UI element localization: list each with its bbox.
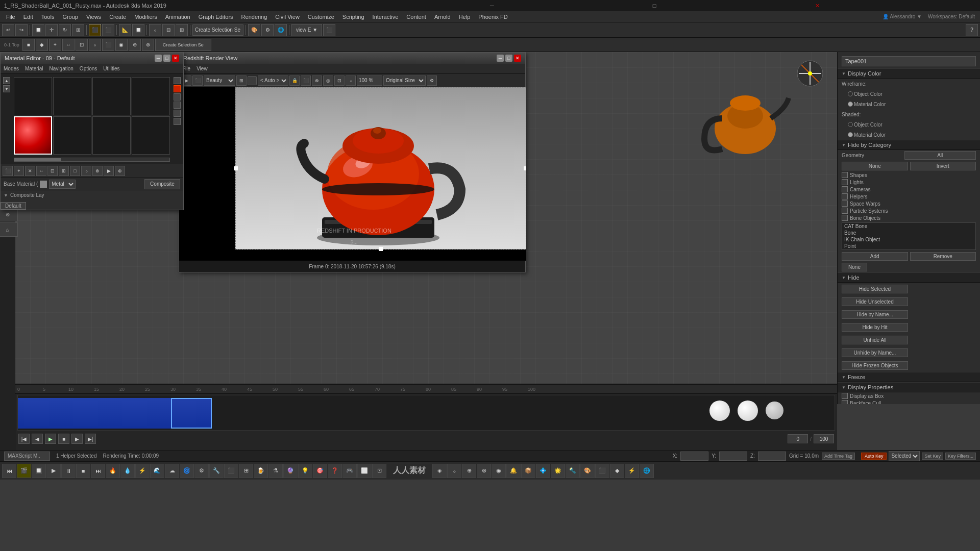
bi-5[interactable]: ⏸ — [61, 464, 76, 478]
rv-btn6[interactable]: ⬦ — [346, 76, 356, 86]
menu-customize[interactable]: Customize — [304, 13, 338, 21]
maxscript-mini[interactable]: MAXScript M.. — [4, 452, 50, 461]
hide-frozen-btn[interactable]: Hide Frozen Objects — [842, 361, 908, 370]
menu-arnold[interactable]: Arnold — [430, 13, 455, 21]
scale-btn[interactable]: ⊞ — [72, 24, 84, 36]
bi-2[interactable]: 🎬 — [17, 464, 31, 478]
list-item-cat-bone[interactable]: CAT Bone — [842, 223, 975, 230]
bi-9[interactable]: 💧 — [120, 464, 135, 478]
tb2-btn3[interactable]: + — [49, 39, 61, 51]
rv-mode-select[interactable]: Beauty Diffuse Specular — [204, 76, 235, 86]
menu-interactive[interactable]: Interactive — [369, 13, 403, 21]
backface-cull-check[interactable] — [842, 400, 848, 404]
bi-7[interactable]: ⏭ — [91, 464, 105, 478]
left-btn12[interactable]: ⌂ — [0, 222, 18, 237]
hide-header[interactable]: Hide — [838, 272, 980, 283]
composite-expand[interactable]: ▼ Composite Lay — [4, 192, 180, 198]
bone-none-btn[interactable]: None — [842, 263, 867, 271]
list-item-point[interactable]: Point — [842, 243, 975, 249]
tb2-btn9[interactable]: ⊕ — [129, 39, 141, 51]
bi-25[interactable]: ⬜ — [357, 464, 372, 478]
bi-34[interactable]: 💠 — [536, 464, 550, 478]
shaded-material-radio[interactable] — [848, 132, 853, 137]
shaded-material-color[interactable]: Material Color — [848, 132, 886, 138]
render-icon-btn[interactable]: ⬛ — [323, 24, 335, 36]
bi-1[interactable]: ⏮ — [2, 464, 16, 478]
particle-systems-checkbox[interactable] — [842, 208, 848, 214]
anim-btn-play[interactable]: ▶ — [45, 434, 56, 444]
mat-btn5[interactable] — [174, 110, 181, 117]
x-input[interactable] — [680, 452, 708, 461]
tb2-btn1[interactable]: ■ — [22, 39, 35, 51]
rv-minimize[interactable]: ─ — [497, 55, 504, 62]
material-editor-btn[interactable]: 🎨 — [248, 24, 260, 36]
bone-objects-checkbox[interactable] — [842, 215, 848, 221]
menu-content[interactable]: Content — [402, 13, 430, 21]
bi-40[interactable]: ⚡ — [625, 464, 639, 478]
mat-tb-btn3[interactable]: ✕ — [25, 166, 35, 176]
mat-tb-btn4[interactable]: ↔ — [36, 166, 46, 176]
menu-edit[interactable]: Edit — [19, 13, 37, 21]
create-selection-input[interactable] — [192, 24, 243, 36]
menu-animation[interactable]: Animation — [161, 13, 194, 21]
lights-cb[interactable]: Lights — [838, 179, 980, 186]
render2-btn[interactable]: ⬛ — [102, 24, 114, 36]
mat-sort-btn[interactable] — [174, 77, 181, 84]
geometry-all-btn[interactable]: All — [904, 151, 976, 160]
snap2-btn[interactable]: 🔲 — [132, 24, 144, 36]
mat-tb-btn9[interactable]: ⊗ — [92, 166, 103, 176]
shapes-cb[interactable]: Shapes — [838, 171, 980, 179]
anim-btn-next-frame[interactable]: ▶ — [71, 434, 83, 444]
tb2-btn2[interactable]: ◆ — [36, 39, 48, 51]
mat-editor-title[interactable]: Material Editor - 09 - Default ─ □ ✕ — [1, 53, 183, 64]
z-input[interactable] — [758, 452, 786, 461]
mat-tb-btn10[interactable]: ▶ — [104, 166, 114, 176]
rv-auto-select[interactable]: < Auto > — [258, 76, 288, 86]
mat-color-btn[interactable] — [174, 85, 181, 92]
bi-11[interactable]: 🌊 — [150, 464, 164, 478]
mat-tb-btn6[interactable]: ⊞ — [59, 166, 69, 176]
mat-slot-6[interactable] — [53, 116, 91, 155]
bi-19[interactable]: ⚗ — [268, 464, 283, 478]
bi-39[interactable]: ◆ — [610, 464, 624, 478]
mat-slot-7[interactable] — [92, 116, 131, 155]
me-navigation[interactable]: Navigation — [46, 65, 77, 72]
menu-rendering[interactable]: Rendering — [237, 13, 272, 21]
menu-group[interactable]: Group — [58, 13, 82, 21]
wireframe-material-color[interactable]: Material Color — [848, 102, 886, 107]
bi-6[interactable]: ■ — [76, 464, 90, 478]
tb2-btn6[interactable]: ⬦ — [89, 39, 101, 51]
shaded-object-radio[interactable] — [848, 122, 853, 127]
move-btn[interactable]: ✛ — [45, 24, 58, 36]
shaded-object-color[interactable]: Object Color — [848, 122, 883, 128]
mat-tb-btn1[interactable]: ⬛ — [3, 166, 13, 176]
wireframe-material-radio[interactable] — [848, 102, 853, 107]
bi-35[interactable]: 🌟 — [551, 464, 565, 478]
rv-view-menu[interactable]: View — [193, 65, 211, 72]
align-btn[interactable]: ⊟ — [162, 24, 175, 36]
remove-bone-btn[interactable]: Remove — [910, 252, 976, 261]
bi-3[interactable]: 🔲 — [32, 464, 46, 478]
mat-tb-btn2[interactable]: + — [14, 166, 24, 176]
mat-tb-btn11[interactable]: ⊕ — [115, 166, 125, 176]
bi-18[interactable]: 🍺 — [254, 464, 268, 478]
menu-create[interactable]: Create — [105, 13, 130, 21]
display-as-box-check[interactable] — [842, 393, 848, 399]
mat-composite-btn[interactable]: Composite — [144, 179, 180, 189]
bi-31[interactable]: ◉ — [492, 464, 506, 478]
mat-slot-2[interactable] — [53, 77, 91, 115]
bi-28[interactable]: ⬦ — [447, 464, 461, 478]
mirror-btn[interactable]: ⬦ — [149, 24, 161, 36]
mat-base-picker[interactable] — [40, 181, 47, 188]
bi-37[interactable]: 🎨 — [580, 464, 595, 478]
me-options[interactable]: Options — [77, 65, 100, 72]
menu-modifiers[interactable]: Modifiers — [130, 13, 161, 21]
bi-22[interactable]: 🎯 — [313, 464, 327, 478]
bone-objects-cb[interactable]: Bone Objects — [838, 214, 980, 221]
menu-civil-view[interactable]: Civil View — [271, 13, 303, 21]
tb2-btn4[interactable]: ↔ — [62, 39, 75, 51]
bi-8[interactable]: 🔥 — [106, 464, 120, 478]
bi-30[interactable]: ⊗ — [477, 464, 491, 478]
mat-btn3[interactable] — [174, 93, 181, 101]
menu-tools[interactable]: Tools — [37, 13, 59, 21]
